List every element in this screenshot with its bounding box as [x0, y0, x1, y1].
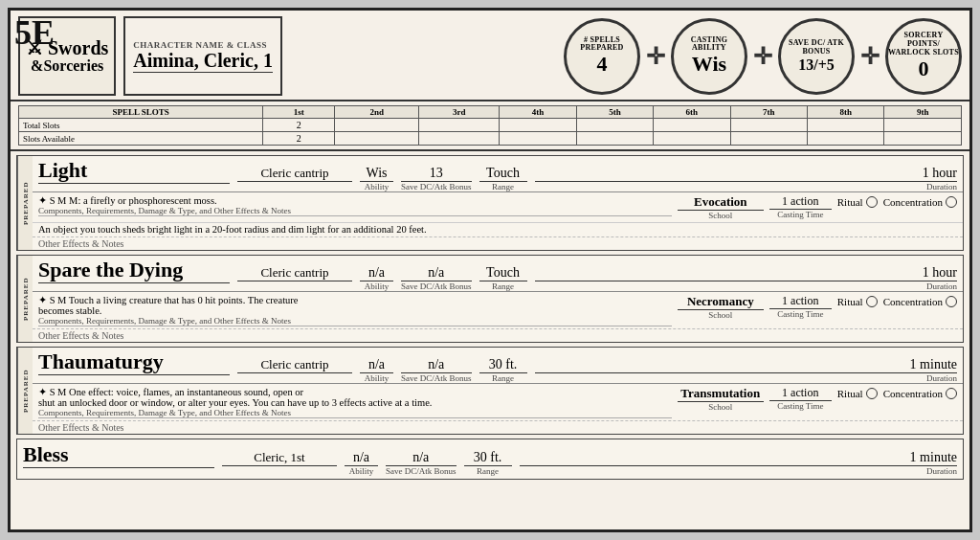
spell-light-components: ✦ S M M: a firefly or phosphorescent mos…	[38, 194, 672, 216]
avail-2nd[interactable]	[335, 132, 419, 146]
total-2nd[interactable]	[335, 119, 419, 132]
bless-name: Bless	[23, 442, 214, 468]
spell-spare-savedc-group: n/a Save DC/Atk Bonus	[401, 265, 472, 291]
spell-light-range: Touch	[479, 166, 527, 182]
avail-6th[interactable]	[654, 132, 730, 146]
col-6th: 6th	[654, 106, 730, 119]
col-3rd: 3rd	[419, 106, 500, 119]
spell-thaum-other-effects: Other Effects & Notes	[33, 420, 963, 434]
col-4th: 4th	[500, 106, 576, 119]
bless-range-group: 30 ft. Range	[464, 450, 512, 476]
bless-range: 30 ft.	[464, 450, 512, 466]
spell-light-ritual-label: Ritual	[837, 196, 863, 208]
spell-spare-duration-group: 1 hour Duration	[535, 265, 957, 291]
spell-entry-light: PREPARED Light Cleric cantrip Wis Abilit…	[16, 155, 964, 251]
spell-light-inner: PREPARED Light Cleric cantrip Wis Abilit…	[17, 156, 963, 250]
spell-light-casttime-label: Casting Time	[777, 210, 823, 219]
total-8th[interactable]	[808, 119, 884, 132]
bless-class-level: Cleric, 1st	[222, 450, 337, 466]
spell-thaum-name: Thaumaturgy	[38, 349, 230, 375]
spell-thaum-components: ✦ S M One effect: voice, flames, an inst…	[38, 386, 672, 418]
ritual-checkbox-light[interactable]	[866, 196, 878, 208]
spell-light-ability-group: Wis Ability	[360, 166, 393, 191]
spell-thaum-casttime-group: 1 action Casting Time	[769, 386, 832, 411]
bless-duration-group: 1 minute Duration	[520, 450, 957, 476]
total-1st[interactable]: 2	[263, 119, 335, 132]
avail-9th[interactable]	[884, 132, 962, 146]
sorcery-label: SORCERY POINTS/ WARLOCK SLOTS	[888, 32, 959, 56]
spell-spare-conc-group: Concentration	[883, 296, 957, 307]
table-row-available: Slots Available 2	[19, 132, 962, 146]
spell-spare-casttime-group: 1 action Casting Time	[769, 294, 832, 319]
avail-7th[interactable]	[730, 132, 807, 146]
spell-slots-table: SPELL SLOTS 1st 2nd 3rd 4th 5th 6th 7th …	[18, 105, 962, 146]
total-4th[interactable]	[500, 119, 576, 132]
spells-prepared-circle: # SPELLS PREPARED 4	[564, 18, 640, 95]
spell-light-duration-group: 1 hour Duration	[535, 166, 957, 191]
spell-light-description: An object you touch sheds bright light i…	[33, 222, 963, 236]
bless-ability-group: n/a Ability	[345, 450, 378, 476]
char-name-label: CHARACTER NAME & CLASS	[133, 40, 273, 50]
logo-amp-sorceries: &Sorceries	[31, 57, 103, 75]
avail-1st[interactable]: 2	[263, 132, 335, 146]
spell-thaum-casttime: 1 action	[769, 386, 832, 401]
col-1st: 1st	[263, 106, 335, 119]
char-name-value: Aimina, Cleric, 1	[133, 50, 273, 73]
spell-thaum-ritual-group: Ritual	[837, 388, 878, 399]
spell-light-school: Evocation	[678, 194, 764, 211]
spell-entry-thaumaturgy: PREPARED Thaumaturgy Cleric cantrip n/a …	[16, 347, 964, 435]
avail-5th[interactable]	[576, 132, 653, 146]
total-slots-label: Total Slots	[19, 119, 263, 132]
casting-ability-value: Wis	[692, 53, 726, 76]
prepared-label-light: PREPARED	[17, 156, 33, 250]
spell-thaum-savedc-label: Save DC/Atk Bonus	[401, 373, 472, 383]
spell-spare-duration-label: Duration	[535, 281, 957, 291]
spell-spare-range-label: Range	[492, 281, 514, 291]
total-5th[interactable]	[576, 119, 653, 132]
save-dc-label: SAVE DC/ ATK BONUS	[781, 39, 852, 56]
spell-spare-ability-group: n/a Ability	[360, 265, 393, 291]
spell-light-savedc-group: 13 Save DC/Atk Bonus	[401, 166, 472, 191]
col-5th: 5th	[576, 106, 653, 119]
spell-spare-ability-label: Ability	[365, 281, 390, 291]
spell-light-school-label: School	[708, 211, 732, 220]
spell-light-ability-label: Ability	[365, 182, 390, 191]
sorcery-circle: SORCERY POINTS/ WARLOCK SLOTS 0	[885, 18, 962, 95]
col-7th: 7th	[730, 106, 807, 119]
col-2nd: 2nd	[335, 106, 419, 119]
spell-light-name: Light	[38, 158, 230, 184]
spell-light-casttime: 1 action	[769, 194, 832, 210]
avail-4th[interactable]	[500, 132, 576, 146]
spell-slots-header: SPELL SLOTS	[19, 106, 263, 119]
spell-thaum-range-label: Range	[492, 373, 514, 383]
spell-spare-casttime-label: Casting Time	[777, 309, 823, 319]
plus-divider-2: ✛	[751, 43, 774, 70]
spell-thaum-ability-label: Ability	[365, 373, 390, 383]
spell-spare-conc-label: Concentration	[883, 296, 943, 307]
spells-container: PREPARED Light Cleric cantrip Wis Abilit…	[11, 151, 969, 484]
avail-8th[interactable]	[808, 132, 884, 146]
conc-checkbox-spare[interactable]	[946, 296, 957, 307]
ritual-checkbox-spare[interactable]	[866, 296, 878, 307]
total-6th[interactable]	[654, 119, 730, 132]
spell-spare-components-label: Components, Requirements, Damage & Type,…	[38, 316, 672, 326]
plus-divider-1: ✛	[644, 43, 667, 70]
conc-checkbox-light[interactable]	[946, 196, 957, 208]
spells-prepared-label: # SPELLS PREPARED	[567, 36, 637, 54]
conc-checkbox-thaum[interactable]	[946, 388, 957, 399]
avail-3rd[interactable]	[419, 132, 500, 146]
bless-ability-label: Ability	[349, 466, 374, 476]
spell-spare-school: Necromancy	[678, 294, 764, 310]
spell-thaum-duration-label: Duration	[535, 373, 957, 383]
spell-thaum-ritual-label: Ritual	[837, 388, 863, 399]
spell-thaum-conc-label: Concentration	[883, 388, 943, 399]
spell-light-range-label: Range	[492, 182, 514, 191]
bless-ability: n/a	[345, 450, 378, 466]
ritual-checkbox-thaum[interactable]	[866, 388, 878, 399]
total-3rd[interactable]	[419, 119, 500, 132]
spell-spare-school-label: School	[708, 310, 732, 320]
total-7th[interactable]	[730, 119, 807, 132]
spell-spare-range: Touch	[479, 265, 527, 281]
total-9th[interactable]	[884, 119, 962, 132]
spell-light-conc-group: Concentration	[883, 196, 957, 208]
